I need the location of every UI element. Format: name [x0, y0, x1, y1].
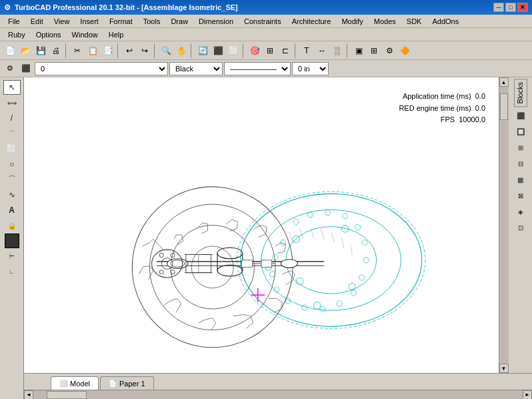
lock-tool[interactable]: 🔒: [3, 218, 21, 233]
menu-bar2: Ruby Options Window Help: [0, 28, 532, 41]
new-button[interactable]: 📄: [3, 43, 17, 58]
text-button[interactable]: T: [299, 43, 314, 58]
polyline-tool[interactable]: ⌒: [3, 126, 21, 141]
menu-ruby[interactable]: Ruby: [3, 29, 31, 40]
rp-btn4[interactable]: ⊟: [512, 156, 529, 171]
rp-btn2[interactable]: 🔲: [512, 124, 529, 139]
main-wrapper: ↖ ⟺ / ⌒ ⬜ ○ ⌒ ∿ A 🔒 ⊢ ∟: [0, 77, 532, 399]
color-dropdown[interactable]: Black: [169, 62, 223, 75]
menu-dimension[interactable]: Dimension: [193, 16, 239, 27]
vertical-scrollbar: ▲ ▼: [499, 77, 508, 373]
menu-modify[interactable]: Modify: [336, 16, 368, 27]
paper-icon: 📄: [109, 380, 117, 387]
rp-btn6[interactable]: ⊠: [512, 188, 529, 203]
scroll-left-button[interactable]: ◄: [24, 390, 33, 400]
close-button[interactable]: ✕: [517, 3, 528, 12]
scroll-right-button[interactable]: ►: [523, 390, 532, 400]
menu-help[interactable]: Help: [103, 29, 129, 40]
fill-color-btn[interactable]: [5, 234, 19, 248]
menu-view[interactable]: View: [49, 16, 75, 27]
snap-button[interactable]: 🎯: [247, 43, 262, 58]
blocks-label[interactable]: Blocks: [514, 79, 527, 107]
scroll-down-button[interactable]: ▼: [499, 364, 509, 373]
rp-btn8[interactable]: ⊡: [512, 220, 529, 235]
rect-tool[interactable]: ⬜: [3, 141, 21, 156]
drawing-canvas[interactable]: Application time (ms) 0.0 RED engine tim…: [24, 77, 499, 373]
menu-edit[interactable]: Edit: [25, 16, 49, 27]
scroll-track[interactable]: [499, 87, 509, 364]
window-title: TurboCAD Professional 20.1 32-bit - [Ass…: [15, 3, 238, 11]
line-tool[interactable]: /: [3, 111, 21, 125]
linetype-dropdown[interactable]: ————————: [224, 62, 291, 75]
fill-button[interactable]: ⬜: [226, 43, 241, 58]
arc-tool[interactable]: ⌒: [3, 172, 21, 187]
angle-tool[interactable]: ∟: [3, 264, 21, 279]
ortho-button[interactable]: ⊏: [278, 43, 293, 58]
render-button[interactable]: 🔶: [397, 43, 412, 58]
svg-rect-61: [242, 260, 253, 267]
properties-button[interactable]: ⚙: [382, 43, 397, 58]
menu-options[interactable]: Options: [31, 29, 67, 40]
pan-button[interactable]: ✋: [174, 43, 189, 58]
svg-point-23: [281, 260, 297, 268]
print-button[interactable]: 🖨: [49, 43, 63, 58]
block-button[interactable]: ▣: [351, 43, 366, 58]
hscroll-track[interactable]: [33, 390, 523, 400]
menu-bar: File Edit View Insert Format Tools Draw …: [0, 15, 532, 28]
minimize-button[interactable]: ─: [493, 3, 504, 12]
dim-button[interactable]: ↔: [315, 43, 329, 58]
dim-tool[interactable]: ⊢: [3, 249, 21, 264]
menu-draw[interactable]: Draw: [165, 16, 193, 27]
copy-button[interactable]: 📋: [85, 43, 100, 58]
tab-paper1[interactable]: 📄 Paper 1: [100, 376, 154, 390]
menu-constraints[interactable]: Constraints: [239, 16, 287, 27]
move-tool[interactable]: ⟺: [3, 95, 21, 110]
scroll-thumb[interactable]: [500, 93, 508, 120]
menu-format[interactable]: Format: [104, 16, 138, 27]
save-button[interactable]: 💾: [33, 43, 48, 58]
hscroll-thumb[interactable]: [47, 391, 87, 399]
tabs-area: ⬜ Model 📄 Paper 1: [24, 373, 532, 390]
redo-button[interactable]: ↪: [137, 43, 152, 58]
menu-modes[interactable]: Modes: [369, 16, 401, 27]
insert-block-button[interactable]: ⊞: [367, 43, 381, 58]
canvas-wrapper: Application time (ms) 0.0 RED engine tim…: [24, 77, 532, 399]
grid-button[interactable]: ⊞: [263, 43, 277, 58]
open-button[interactable]: 📂: [18, 43, 33, 58]
text-tool[interactable]: A: [3, 203, 21, 218]
paste-button[interactable]: 📑: [101, 43, 115, 58]
cad-svg: [24, 77, 499, 373]
maximize-button[interactable]: □: [505, 3, 516, 12]
zoom-button[interactable]: 🔍: [159, 43, 173, 58]
menu-insert[interactable]: Insert: [75, 16, 104, 27]
app-icon: ⚙: [4, 3, 11, 12]
tab-model[interactable]: ⬜ Model: [51, 376, 99, 390]
menu-file[interactable]: File: [3, 16, 25, 27]
title-bar: ⚙ TurboCAD Professional 20.1 32-bit - [A…: [0, 0, 532, 15]
menu-window[interactable]: Window: [67, 29, 103, 40]
hatch-button[interactable]: ░: [330, 43, 345, 58]
menu-addons[interactable]: AddOns: [427, 16, 464, 27]
linewidth-dropdown[interactable]: 0 in: [292, 62, 329, 75]
toolbar2: ⚙ ⬛ 0 Black ———————— 0 in: [0, 60, 532, 77]
undo-button[interactable]: ↩: [122, 43, 137, 58]
model-icon: ⬜: [59, 380, 67, 387]
rp-btn5[interactable]: ▦: [512, 172, 529, 187]
rp-btn1[interactable]: ⬛: [512, 108, 529, 123]
rp-btn3[interactable]: ⊞: [512, 140, 529, 155]
menu-architecture[interactable]: Architecture: [287, 16, 337, 27]
settings-button[interactable]: ⚙: [3, 62, 17, 75]
scroll-up-button[interactable]: ▲: [499, 77, 509, 87]
layer-button[interactable]: ⬛: [211, 43, 225, 58]
menu-sdk[interactable]: SDK: [401, 16, 427, 27]
rotate-button[interactable]: 🔄: [195, 43, 210, 58]
circle-tool[interactable]: ○: [3, 157, 21, 171]
menu-tools[interactable]: Tools: [138, 16, 166, 27]
left-toolbar: ↖ ⟺ / ⌒ ⬜ ○ ⌒ ∿ A 🔒 ⊢ ∟: [0, 77, 24, 399]
spline-tool[interactable]: ∿: [3, 187, 21, 202]
layer-dropdown[interactable]: 0: [35, 62, 168, 75]
select-tool[interactable]: ↖: [3, 80, 21, 95]
cut-button[interactable]: ✂: [70, 43, 85, 58]
toolbar1: 📄 📂 💾 🖨 ✂ 📋 📑 ↩ ↪ 🔍 ✋ 🔄 ⬛ ⬜ 🎯 ⊞ ⊏ T ↔ ░ …: [0, 41, 532, 60]
rp-btn7[interactable]: ◈: [512, 204, 529, 219]
